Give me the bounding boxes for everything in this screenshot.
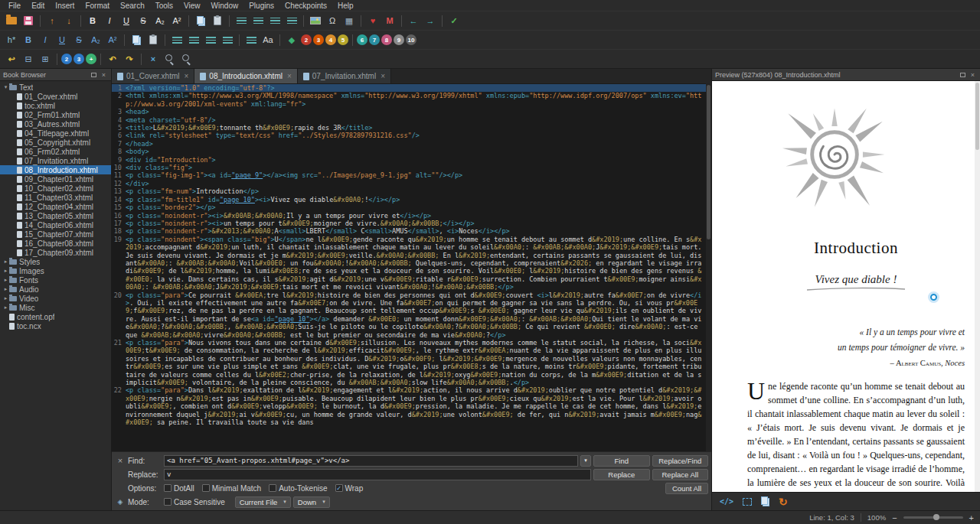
- menu-format[interactable]: Format: [80, 2, 115, 10]
- underline-alt-button[interactable]: U: [54, 33, 70, 47]
- view-2-button[interactable]: 2: [61, 54, 72, 64]
- tree-item-audio[interactable]: ▸Audio: [0, 285, 111, 294]
- plugin-9-button[interactable]: 9: [394, 34, 404, 45]
- tree-item-styles[interactable]: ▸Styles: [0, 257, 111, 266]
- code-line[interactable]: 20<p class="para">Ce pourrait &#x00EA;tr…: [112, 291, 706, 339]
- code-line[interactable]: 17<p class="noindent-r"><i>un temps pour…: [112, 220, 706, 227]
- split-at-cursor-button[interactable]: ⊟: [21, 52, 36, 67]
- code-line[interactable]: 5<title>L&#x2019;&#x00E9;tonnante th&#x0…: [112, 124, 706, 132]
- tab-07-invitation-xhtml[interactable]: 07_Invitation.xhtml×: [298, 69, 391, 83]
- tree-expand-arrow[interactable]: ▸: [2, 268, 9, 274]
- zoom-in-icon[interactable]: +: [969, 513, 974, 522]
- code-line[interactable]: 3<head>: [112, 108, 706, 116]
- tree-item-17-chapter09-xhtml[interactable]: 17_Chapter09.xhtml: [0, 248, 111, 257]
- tree-item-fonts[interactable]: ▸Fonts: [0, 275, 111, 285]
- code-line[interactable]: 16<p class="noindent-r"><i>&#x00AB;&#x00…: [112, 212, 706, 220]
- tree-item-15-chapter07-xhtml[interactable]: 15_Chapter07.xhtml: [0, 229, 111, 239]
- tree-item-06-frm02-xhtml[interactable]: 06_Frm02.xhtml: [0, 147, 111, 156]
- list-bullet-button[interactable]: [203, 33, 218, 47]
- tree-expand-arrow[interactable]: ▸: [2, 286, 9, 292]
- view-3-button[interactable]: 3: [74, 54, 84, 64]
- donate-heart-button[interactable]: ♥: [365, 14, 381, 28]
- insert-table-button[interactable]: ▦: [341, 14, 357, 28]
- mail-button[interactable]: M: [382, 14, 397, 28]
- option-minimal-match[interactable]: Minimal Match: [202, 484, 261, 493]
- plugin-3-button[interactable]: 3: [313, 34, 324, 45]
- zoom-search-button[interactable]: [179, 52, 194, 67]
- menu-tools[interactable]: Tools: [150, 2, 178, 10]
- tab-close-icon[interactable]: ×: [287, 72, 292, 80]
- option-dotall[interactable]: DotAll: [164, 484, 194, 493]
- subscript-alt-button[interactable]: A₂: [88, 33, 103, 47]
- plugin-8-button[interactable]: 8: [381, 34, 392, 45]
- align-center-button[interactable]: [250, 14, 266, 28]
- italic-button[interactable]: I: [102, 14, 117, 28]
- merge-files-button[interactable]: ⊞: [38, 52, 53, 67]
- tree-item-07-invitation-xhtml[interactable]: 07_Invitation.xhtml: [0, 156, 111, 165]
- tree-item-03-autres-xhtml[interactable]: 03_Autres.xhtml: [0, 119, 111, 129]
- superscript-button[interactable]: A²: [169, 14, 185, 28]
- code-line[interactable]: 1<?xml version="1.0" encoding="utf-8"?>: [112, 84, 706, 92]
- find-history-dropdown-icon[interactable]: ▾: [580, 455, 591, 467]
- checkbox[interactable]: [164, 484, 172, 492]
- tree-item-misc[interactable]: ▸Misc: [0, 303, 111, 312]
- heading-style-button[interactable]: h*: [4, 33, 19, 47]
- tree-item-05-copyright-xhtml[interactable]: 05_Copyright.xhtml: [0, 138, 111, 147]
- tab-close-icon[interactable]: ×: [184, 72, 188, 80]
- option-wrap[interactable]: ✓Wrap: [335, 484, 364, 493]
- move-down-button[interactable]: ↓: [61, 14, 77, 28]
- copy-alt-button[interactable]: [129, 33, 144, 47]
- replace-input[interactable]: v: [164, 469, 591, 480]
- redo-button[interactable]: ↷: [122, 52, 137, 67]
- tree-expand-arrow[interactable]: ▸: [2, 259, 9, 265]
- checkbox[interactable]: [164, 498, 172, 506]
- superscript-alt-button[interactable]: A²: [105, 33, 120, 47]
- editor-scrollbar-thumb[interactable]: [707, 85, 710, 239]
- replace-all-button[interactable]: Replace All: [652, 469, 709, 480]
- indent-increase-button[interactable]: [186, 33, 201, 47]
- menu-insert[interactable]: Insert: [50, 2, 80, 10]
- refresh-icon[interactable]: ↻: [779, 496, 788, 508]
- code-line[interactable]: 12</div>: [112, 180, 706, 187]
- spellcheck-button[interactable]: ✓: [446, 14, 462, 28]
- save-button[interactable]: [21, 14, 36, 28]
- forward-button[interactable]: →: [423, 14, 438, 28]
- find-input[interactable]: <a href="05_Avant-propos.xhtml#page_v">v…: [164, 455, 578, 467]
- align-right-button[interactable]: [267, 14, 283, 28]
- tree-item-16-chapter08-xhtml[interactable]: 16_Chapter08.xhtml: [0, 239, 111, 248]
- code-line[interactable]: 22<p class="para">Dans l&#x2019;exaltati…: [112, 386, 706, 426]
- menu-help[interactable]: Help: [332, 2, 359, 10]
- align-justify-button[interactable]: [284, 14, 299, 28]
- tree-item-images[interactable]: ▸Images: [0, 266, 111, 275]
- tree-expand-arrow[interactable]: ▸: [2, 304, 9, 311]
- plugin-4-button[interactable]: 4: [325, 34, 336, 45]
- indent-decrease-button[interactable]: [169, 33, 185, 47]
- direction-dropdown[interactable]: Down▾: [293, 496, 330, 508]
- preview-scrollbar[interactable]: [975, 81, 980, 492]
- undock-preview-icon[interactable]: [959, 70, 967, 79]
- code-line[interactable]: 10<div class="fig">: [112, 164, 706, 171]
- code-line[interactable]: 11<p class="fig-img-1"><a id="page_9"></…: [112, 171, 706, 179]
- select-element-icon[interactable]: [743, 498, 752, 506]
- align-left-button[interactable]: [234, 14, 249, 28]
- code-line[interactable]: 15<p class="border2"></p>: [112, 203, 706, 211]
- code-line[interactable]: 9<div id="Introduction">: [112, 156, 706, 164]
- code-line[interactable]: 2<html xmlns:xml="http://www.w3.org/XML/…: [112, 92, 706, 108]
- replace-find-button[interactable]: Replace/Find: [652, 455, 709, 467]
- tree-item-12-chapter04-xhtml[interactable]: 12_Chapter04.xhtml: [0, 202, 111, 211]
- close-panel-icon[interactable]: ×: [100, 70, 108, 79]
- delete-marked-button[interactable]: ×: [145, 52, 161, 67]
- copy-preview-icon[interactable]: [761, 496, 768, 505]
- italic-alt-button[interactable]: I: [38, 33, 53, 47]
- editor-scrollbar[interactable]: [706, 83, 711, 451]
- preview-scrollbar-thumb[interactable]: [975, 83, 979, 150]
- menu-search[interactable]: Search: [115, 2, 150, 10]
- tree-item-10-chapter02-xhtml[interactable]: 10_Chapter02.xhtml: [0, 184, 111, 193]
- special-character-button[interactable]: Ω: [325, 14, 340, 28]
- plugin-10-button[interactable]: 10: [406, 34, 416, 45]
- code-line[interactable]: 4<meta charset="utf-8"/>: [112, 116, 706, 124]
- tree-expand-arrow[interactable]: ▸: [2, 295, 9, 301]
- tree-item-09-chapter01-xhtml[interactable]: 09_Chapter01.xhtml: [0, 174, 111, 184]
- tree-item-text[interactable]: ▾Text: [0, 83, 111, 92]
- text-direction-button[interactable]: [243, 33, 259, 47]
